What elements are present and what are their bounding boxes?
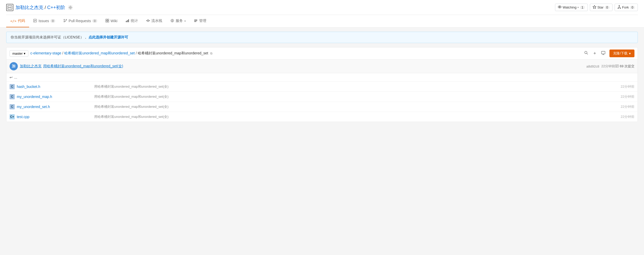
svg-rect-26: [128, 19, 129, 22]
svg-line-34: [149, 21, 149, 21]
service-dropdown-icon: ▾: [184, 20, 186, 22]
file-list: ↩ ... C hash_bucket.h 用哈希桶封装unordered_ma…: [6, 73, 638, 122]
tab-manage-label: 管理: [199, 19, 206, 23]
wiki-icon: [105, 19, 109, 23]
file-name-2[interactable]: my_unordered_set.h: [17, 105, 94, 109]
file-name-0[interactable]: hash_bucket.h: [17, 85, 94, 89]
breadcrumb-link-2[interactable]: 哈希桶封装unordered_map和unordered_set: [64, 51, 135, 55]
issues-icon: [33, 19, 37, 23]
header-actions: Watching ▾ 1 Star 0: [555, 4, 638, 11]
file-commit-msg-1: 用哈希桶封装unordered_map和unordered_set(全): [94, 94, 609, 99]
license-link[interactable]: 点此选择并创建开源许可: [88, 35, 128, 39]
star-count: 0: [605, 6, 610, 9]
back-link-text[interactable]: ...: [14, 75, 17, 79]
tab-code-label: 代码: [18, 19, 25, 23]
tab-wiki[interactable]: Wiki: [101, 15, 121, 27]
file-time-0: 22分钟前: [609, 84, 634, 89]
repo-separator: /: [45, 5, 47, 10]
svg-rect-44: [601, 51, 605, 54]
svg-rect-22: [106, 21, 107, 22]
clone-download-button[interactable]: 克隆/下载 ▾: [609, 50, 634, 57]
svg-line-31: [147, 20, 148, 21]
issues-badge: 0: [51, 19, 55, 23]
svg-point-42: [585, 51, 587, 54]
tab-stats[interactable]: 统计: [121, 15, 142, 27]
path-left: master ▾ c-elementary-stage / 哈希桶封装unord…: [10, 50, 583, 57]
avatar: 加: [10, 62, 18, 70]
tab-code[interactable]: </> 代码: [6, 15, 29, 27]
file-time-1: 22分钟前: [609, 94, 634, 99]
svg-point-1: [70, 7, 71, 8]
fork-button[interactable]: Fork 0: [615, 4, 638, 11]
star-button[interactable]: Star 0: [590, 4, 613, 11]
manage-icon: [194, 19, 198, 23]
commit-message-link[interactable]: 用哈希桶封装unordered_map和unordered_set(全): [43, 64, 584, 69]
display-mode-icon[interactable]: [600, 50, 606, 57]
add-file-icon[interactable]: +: [592, 50, 597, 57]
svg-point-28: [148, 19, 149, 20]
file-row-3: C+ test.cpp 用哈希桶封装unordered_map和unordere…: [6, 112, 638, 122]
tab-stats-label: 统计: [131, 19, 138, 23]
svg-rect-21: [108, 19, 109, 20]
star-icon: [593, 5, 596, 10]
clone-btn-label: 克隆/下载: [613, 51, 627, 56]
copy-path-icon[interactable]: ⧉: [210, 52, 213, 55]
license-text-before: 你当前开源项目尚未选择许可证（LICENSE），: [11, 35, 87, 39]
svg-point-27: [146, 20, 147, 21]
watching-button[interactable]: Watching ▾ 1: [555, 4, 588, 11]
svg-point-15: [64, 19, 65, 20]
pull-requests-icon: [63, 19, 67, 23]
tab-issues[interactable]: Issues 0: [29, 15, 59, 27]
tab-manage[interactable]: 管理: [190, 15, 210, 27]
svg-line-32: [147, 21, 148, 21]
commit-count: 69 次提交: [615, 64, 634, 69]
svg-point-5: [619, 5, 620, 6]
svg-rect-20: [106, 19, 107, 20]
breadcrumb-link-0[interactable]: c-elementary-stage: [30, 51, 61, 55]
branch-name: master: [12, 52, 23, 55]
file-commit-msg-3: 用哈希桶封装unordered_map和unordered_set(全): [94, 114, 609, 119]
branch-dropdown-icon: ▾: [24, 52, 26, 55]
file-row-1: C my_unordered_map.h 用哈希桶封装unordered_map…: [6, 92, 638, 102]
search-files-icon[interactable]: [583, 50, 589, 57]
file-time-2: 22分钟前: [609, 104, 634, 109]
repo-owner-link[interactable]: 加勒比之杰克: [15, 5, 43, 10]
pipeline-icon: [146, 19, 150, 23]
svg-marker-4: [593, 5, 596, 9]
cpp-file-icon-3: C+: [10, 114, 15, 119]
nav-tabs: </> 代码 Issues 0: [6, 15, 638, 27]
path-bar: master ▾ c-elementary-stage / 哈希桶封装unord…: [6, 47, 638, 60]
eye-icon: [558, 5, 561, 10]
c-file-icon-2: C: [10, 104, 15, 109]
back-arrow-icon: ↩: [10, 75, 13, 79]
svg-point-30: [149, 20, 150, 21]
branch-selector[interactable]: master ▾: [10, 50, 28, 57]
tab-pipeline[interactable]: 流水线: [142, 15, 166, 27]
svg-rect-39: [194, 20, 197, 20]
svg-line-33: [149, 20, 149, 21]
repo-name-text: 加勒比之杰克 / C++初阶: [15, 4, 65, 11]
tab-service[interactable]: 服务 ▾: [166, 15, 190, 27]
svg-rect-23: [108, 21, 109, 22]
svg-point-3: [559, 6, 560, 7]
svg-marker-19: [65, 21, 66, 22]
fork-label: Fork: [622, 5, 629, 9]
file-name-1[interactable]: my_unordered_map.h: [17, 95, 94, 99]
tab-pull-requests[interactable]: Pull Requests 0: [59, 15, 101, 27]
svg-point-29: [148, 21, 149, 22]
commit-bar: 加 加勒比之杰克 用哈希桶封装unordered_map和unordered_s…: [6, 60, 638, 73]
file-row-2: C my_unordered_set.h 用哈希桶封装unordered_map…: [6, 102, 638, 112]
file-commit-msg-2: 用哈希桶封装unordered_map和unordered_set(全): [94, 104, 609, 109]
repo-title-link[interactable]: C++初阶: [47, 5, 65, 10]
path-actions: + 克隆/下载 ▾: [583, 50, 634, 57]
license-banner: 你当前开源项目尚未选择许可证（LICENSE）， 点此选择并创建开源许可: [6, 32, 638, 43]
commit-author-link[interactable]: 加勒比之杰克: [20, 64, 42, 69]
repo-icon: [6, 4, 13, 11]
file-commit-msg-0: 用哈希桶封装unordered_map和unordered_set(全): [94, 84, 609, 89]
watching-label: Watching: [563, 5, 576, 9]
file-name-3[interactable]: test.cpp: [17, 115, 94, 119]
repo-settings-icon[interactable]: [67, 4, 74, 11]
svg-point-6: [618, 8, 619, 9]
file-time-3: 22分钟前: [609, 114, 634, 119]
svg-rect-25: [127, 20, 128, 22]
